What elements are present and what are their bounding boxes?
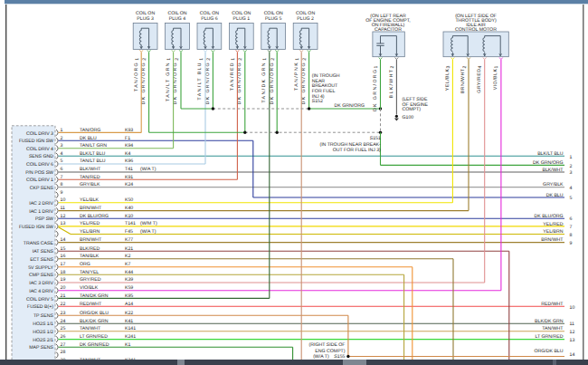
svg-text:ENG COMPT): ENG COMPT) bbox=[315, 349, 345, 354]
svg-text:TAN/RED: TAN/RED bbox=[230, 62, 235, 91]
svg-text:2: 2 bbox=[302, 58, 308, 61]
svg-text:5V SUPPLY: 5V SUPPLY bbox=[28, 265, 53, 271]
svg-text:TAN/LT GRN: TAN/LT GRN bbox=[166, 62, 171, 101]
svg-text:4: 4 bbox=[478, 65, 483, 68]
svg-text:14: 14 bbox=[570, 352, 575, 358]
svg-text:10: 10 bbox=[570, 305, 575, 311]
svg-text:1: 1 bbox=[262, 58, 268, 61]
svg-text:COMPT): COMPT) bbox=[403, 107, 422, 112]
svg-text:FUSED IGN SW: FUSED IGN SW bbox=[19, 225, 53, 230]
svg-text:BRN/WHT: BRN/WHT bbox=[460, 68, 466, 93]
svg-text:IAC 1 DRIV: IAC 1 DRIV bbox=[29, 209, 53, 215]
svg-text:IAT SENS: IAT SENS bbox=[33, 249, 54, 255]
svg-text:HO2S 2/1: HO2S 2/1 bbox=[33, 338, 53, 343]
svg-text:COIL DRIV 1: COIL DRIV 1 bbox=[26, 178, 53, 183]
svg-text:SENS GND: SENS GND bbox=[29, 154, 53, 159]
svg-text:2: 2 bbox=[142, 58, 147, 61]
svg-text:DK GRN/ORG: DK GRN/ORG bbox=[205, 62, 211, 104]
svg-text:YEL/BLK: YEL/BLK bbox=[445, 69, 450, 91]
svg-text:GRY/RED: GRY/RED bbox=[477, 69, 482, 93]
svg-text:28: 28 bbox=[61, 350, 66, 355]
svg-text:DK GRN/ORG: DK GRN/ORG bbox=[141, 62, 147, 104]
svg-text:TAN/PNK: TAN/PNK bbox=[294, 62, 299, 91]
svg-text:1: 1 bbox=[374, 65, 379, 68]
svg-text:YEL/BRN: YEL/BRN bbox=[543, 229, 563, 235]
svg-text:6: 6 bbox=[570, 216, 573, 222]
svg-text:P/N POS SW: P/N POS SW bbox=[25, 170, 53, 176]
svg-text:PLUG 4: PLUG 4 bbox=[169, 16, 186, 22]
svg-text:GRY/BLK: GRY/BLK bbox=[543, 182, 564, 187]
svg-text:BLK/WHT: BLK/WHT bbox=[389, 69, 394, 99]
svg-text:CKP SENS: CKP SENS bbox=[30, 186, 54, 191]
svg-text:1: 1 bbox=[495, 65, 500, 68]
svg-text:TP SENS: TP SENS bbox=[33, 313, 54, 319]
svg-text:PLUG 1: PLUG 1 bbox=[233, 16, 251, 22]
svg-text:BLK/DK GRN: BLK/DK GRN bbox=[535, 319, 564, 324]
svg-text:COIL DRIV 4: COIL DRIV 4 bbox=[26, 147, 53, 152]
svg-text:TAN/DK GRN: TAN/DK GRN bbox=[261, 62, 267, 103]
svg-text:COIL DRIV 5: COIL DRIV 5 bbox=[26, 297, 53, 303]
svg-text:TAN/LT BLU: TAN/LT BLU bbox=[197, 62, 203, 101]
svg-text:LT GRN/RED: LT GRN/RED bbox=[536, 334, 564, 340]
svg-text:PLUG 2: PLUG 2 bbox=[297, 16, 314, 22]
svg-text:DK GRN/ORG: DK GRN/ORG bbox=[270, 62, 275, 104]
svg-text:1: 1 bbox=[570, 155, 573, 160]
svg-text:3: 3 bbox=[446, 65, 451, 68]
svg-text:2: 2 bbox=[238, 58, 243, 61]
svg-text:2: 2 bbox=[270, 58, 276, 61]
svg-text:2: 2 bbox=[570, 164, 573, 169]
svg-text:2: 2 bbox=[175, 58, 180, 61]
svg-text:IAC 3 DRIV: IAC 3 DRIV bbox=[29, 281, 53, 286]
svg-text:(W/A T) S155: (W/A T) S155 bbox=[313, 354, 345, 360]
svg-text:BLK/LT BLU: BLK/LT BLU bbox=[537, 151, 564, 157]
svg-text:CMP SENS: CMP SENS bbox=[29, 273, 54, 278]
svg-text:MAP SENS: MAP SENS bbox=[29, 345, 53, 351]
svg-text:1: 1 bbox=[135, 58, 140, 61]
svg-text:9: 9 bbox=[570, 241, 573, 246]
svg-text:S151: S151 bbox=[370, 136, 381, 141]
svg-text:2: 2 bbox=[462, 65, 468, 68]
svg-text:12: 12 bbox=[570, 330, 575, 335]
svg-text:HO2S 1/1: HO2S 1/1 bbox=[33, 322, 53, 327]
svg-text:PSP SW: PSP SW bbox=[35, 216, 53, 222]
svg-text:COIL DRIV 6: COIL DRIV 6 bbox=[26, 162, 53, 168]
svg-text:(IN TROUGH NEAR BREAK-: (IN TROUGH NEAR BREAK- bbox=[319, 142, 381, 148]
svg-text:YEL/RED: YEL/RED bbox=[543, 222, 563, 227]
svg-text:FUSED IGN SW: FUSED IGN SW bbox=[19, 139, 53, 144]
svg-text:OUT FOR FUEL INJ 3): OUT FOR FUEL INJ 3) bbox=[333, 148, 381, 153]
svg-text:VIO/BLK: VIO/BLK bbox=[493, 69, 498, 91]
svg-text:1: 1 bbox=[199, 58, 204, 61]
svg-text:COIL DRIV 3: COIL DRIV 3 bbox=[26, 131, 53, 137]
svg-text:PLUG 6: PLUG 6 bbox=[201, 16, 218, 22]
svg-text:1: 1 bbox=[166, 58, 172, 61]
svg-text:BLK/WHT: BLK/WHT bbox=[542, 168, 564, 173]
svg-text:FUSED B(+): FUSED B(+) bbox=[27, 304, 53, 310]
svg-text:DK GRN/ORG: DK GRN/ORG bbox=[301, 62, 307, 104]
svg-text:1: 1 bbox=[295, 58, 300, 61]
svg-text:DK GRN/ORG: DK GRN/ORG bbox=[533, 160, 563, 166]
svg-text:HO2S 1/2: HO2S 1/2 bbox=[33, 330, 53, 335]
svg-text:(RIGHT SIDE OF: (RIGHT SIDE OF bbox=[309, 342, 346, 348]
svg-text:IAC 2 DRIV: IAC 2 DRIV bbox=[29, 201, 53, 207]
svg-text:DK GRN/ORG: DK GRN/ORG bbox=[237, 62, 242, 104]
svg-text:PLUG 5: PLUG 5 bbox=[265, 16, 282, 22]
svg-text:9: 9 bbox=[61, 190, 63, 196]
svg-text:1: 1 bbox=[231, 58, 236, 61]
svg-text:ORG/DK BLU: ORG/DK BLU bbox=[535, 349, 564, 354]
svg-text:IAC 4 DRIV: IAC 4 DRIV bbox=[29, 289, 53, 294]
svg-text:BRN/WHT: BRN/WHT bbox=[541, 237, 564, 243]
svg-text:DK GRN/ORG: DK GRN/ORG bbox=[373, 69, 378, 111]
svg-text:5: 5 bbox=[570, 196, 573, 201]
svg-text:S152: S152 bbox=[312, 99, 323, 104]
svg-text:ECT SENS: ECT SENS bbox=[30, 257, 53, 263]
svg-text:TAN/ORG: TAN/ORG bbox=[134, 62, 139, 91]
svg-text:TAN/WHT: TAN/WHT bbox=[542, 326, 564, 331]
svg-text:3: 3 bbox=[570, 170, 573, 176]
svg-text:11: 11 bbox=[570, 322, 574, 327]
svg-text:4: 4 bbox=[570, 186, 573, 191]
svg-text:2: 2 bbox=[206, 58, 212, 61]
svg-text:DK GRN/ORG: DK GRN/ORG bbox=[335, 103, 365, 109]
svg-text:DK GRN/ORG: DK GRN/ORG bbox=[173, 62, 178, 104]
svg-text:PLUG 3: PLUG 3 bbox=[137, 16, 154, 22]
svg-text:DK BLU: DK BLU bbox=[546, 193, 564, 198]
